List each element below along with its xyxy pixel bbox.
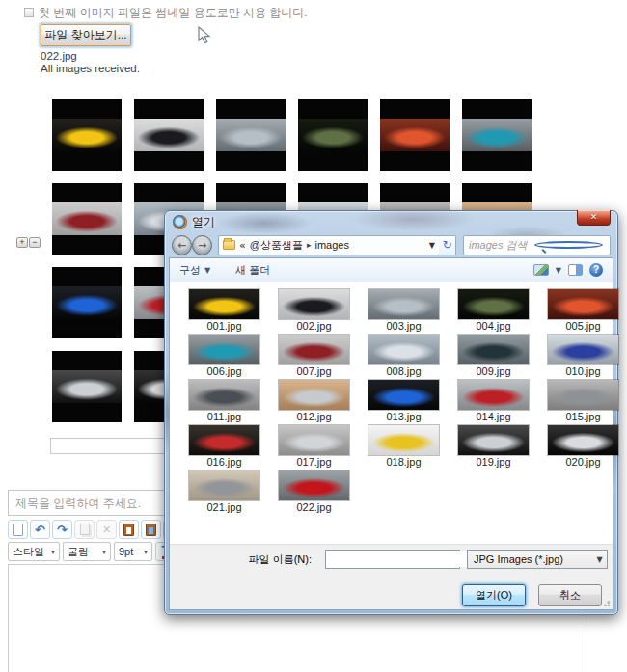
undo-button[interactable]: ↶ [30,520,50,539]
file-item[interactable]: 008.jpg [359,335,449,377]
file-name-input[interactable] [326,551,471,567]
back-button[interactable]: ← [172,235,192,255]
page-thumbnail [298,99,368,171]
close-button[interactable]: ✕ [577,210,611,226]
breadcrumb-current[interactable]: images [314,239,348,251]
file-list-area[interactable]: 001.jpg 002.jpg 003.jpg 004.jpg 005.jpg [170,283,613,544]
file-name-label: 013.jpg [386,411,421,422]
file-name-combobox[interactable]: ▼ [325,550,460,569]
dialog-titlebar[interactable]: 열기 ✕ [165,211,617,232]
file-type-dropdown[interactable]: JPG Images (*.jpg) ▼ [467,550,608,569]
file-item[interactable]: 002.jpg [269,289,359,332]
file-thumbnail [548,289,618,319]
car-image [134,119,204,151]
breadcrumb-prefix: « [239,239,246,252]
file-item[interactable]: 022.jpg [269,470,359,513]
file-name-label: 002.jpg [296,320,331,332]
file-item[interactable]: 021.jpg [179,470,269,513]
file-item[interactable]: 007.jpg [269,335,359,377]
redo-icon: ↷ [57,524,68,536]
page-thumbnail [216,99,286,171]
file-thumbnail [548,335,618,364]
help-icon[interactable]: ? [589,263,603,277]
refresh-button[interactable]: ↻ [439,235,456,255]
page-thumbnail [52,267,122,338]
dialog-footer: 파일 이름(N): ▼ JPG Images (*.jpg) ▼ 열기(O) 취… [170,544,613,609]
cancel-button[interactable]: 취소 [538,584,602,606]
file-item[interactable]: 017.jpg [269,425,359,468]
chevron-down-icon: ▼ [592,555,607,564]
file-grid: 001.jpg 002.jpg 003.jpg 004.jpg 005.jpg [179,289,627,513]
file-name-label: 파일 이름(N): [249,552,312,567]
file-name-label: 006.jpg [206,365,241,377]
organize-menu[interactable]: 구성 ▼ [179,263,210,278]
open-button[interactable]: 열기(O) [462,584,526,606]
file-thumbnail [279,425,349,455]
delete-button[interactable]: ✕ [96,520,117,539]
file-name-label: 007.jpg [296,365,331,377]
remove-row-button[interactable]: − [29,237,41,248]
font-size-dropdown[interactable]: 9pt▾ [114,542,152,561]
file-item[interactable]: 012.jpg [269,380,359,422]
address-dropdown-icon[interactable]: ▼ [429,241,435,250]
file-item[interactable]: 003.jpg [359,289,449,332]
file-name-label: 003.jpg [386,320,421,332]
file-browse-button[interactable]: 파일 찾아보기... [41,24,131,46]
file-item[interactable]: 020.jpg [538,425,627,468]
file-item[interactable]: 015.jpg [538,380,627,422]
mouse-cursor [198,26,211,45]
views-dropdown-icon[interactable]: ▼ [556,266,561,275]
new-document-icon [13,524,23,536]
file-name-label: 015.jpg [565,411,600,422]
page-thumbnail [52,183,122,255]
file-item[interactable]: 018.jpg [359,425,449,468]
font-family-dropdown[interactable]: 굴림▾ [63,542,111,561]
address-breadcrumb[interactable]: « @상품샘플 ▸ images ▼ [218,235,440,255]
file-item[interactable]: 009.jpg [449,335,538,377]
file-item[interactable]: 001.jpg [179,289,269,332]
forward-button[interactable]: → [192,235,212,255]
search-box[interactable]: images 검색 [463,235,611,255]
file-thumbnail [368,380,439,410]
file-name-label: 017.jpg [296,456,331,468]
file-name-label: 010.jpg [565,365,600,377]
uploaded-file-name: 022.jpg [41,50,77,62]
copy-button[interactable] [74,520,95,539]
first-image-thumbnail-label: 첫 번째 이미지 파일은 썸네일 용도로만 사용 합니다. [39,5,308,21]
file-name-label: 011.jpg [207,411,241,422]
file-item[interactable]: 014.jpg [449,380,538,422]
file-item[interactable]: 016.jpg [179,425,269,468]
new-folder-button[interactable]: 새 폴더 [235,263,270,278]
breadcrumb-folder[interactable]: @상품샘플 [250,238,303,253]
preview-pane-icon[interactable] [568,264,583,276]
car-image [52,370,122,403]
file-item[interactable]: 004.jpg [449,289,538,332]
file-item[interactable]: 019.jpg [449,425,538,468]
style-dropdown[interactable]: 스타일▾ [8,542,60,561]
car-image [52,119,122,151]
file-item[interactable]: 010.jpg [538,335,627,377]
resize-grip-icon[interactable] [602,599,610,606]
file-thumbnail [279,380,349,410]
file-thumbnail [458,335,529,364]
paste-button[interactable] [119,520,139,539]
new-document-button[interactable] [8,520,28,539]
paste-image-button[interactable] [141,520,161,539]
file-name-label: 022.jpg [296,501,331,513]
file-thumbnail [189,425,259,455]
file-name-label: 001.jpg [206,320,241,332]
file-item[interactable]: 005.jpg [538,289,627,332]
redo-button[interactable]: ↷ [52,520,72,539]
file-thumbnail [189,470,259,500]
file-item[interactable]: 006.jpg [179,335,269,377]
chevron-down-icon: ▾ [51,548,55,556]
first-image-thumbnail-checkbox[interactable] [24,8,34,17]
file-item[interactable]: 013.jpg [359,380,449,422]
upload-status-text: All images received. [41,63,140,74]
file-thumbnail [368,425,439,455]
views-icon[interactable] [533,264,549,276]
file-thumbnail [368,289,439,319]
add-row-button[interactable]: + [16,237,28,248]
file-item[interactable]: 011.jpg [179,380,269,422]
file-thumbnail [458,289,529,319]
